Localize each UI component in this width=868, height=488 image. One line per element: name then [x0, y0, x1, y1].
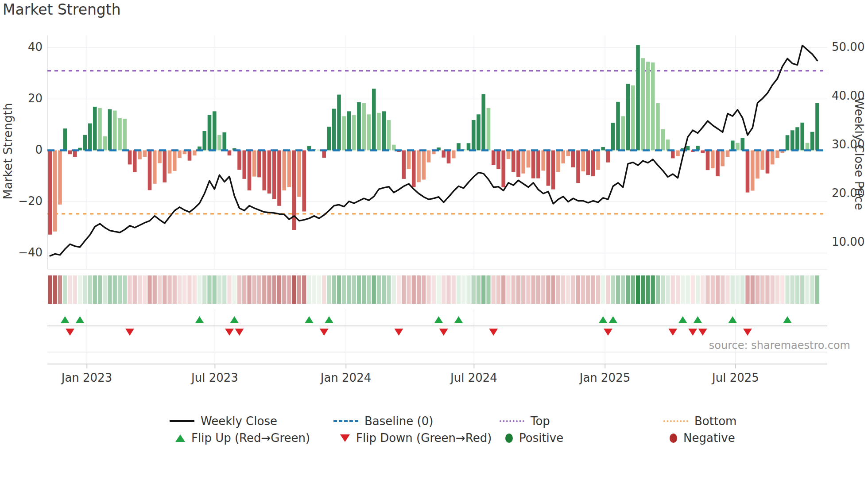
market-strength-chart: [0, 0, 868, 488]
right-tick-50: 50.00: [832, 40, 868, 54]
legend-weekly-close: Weekly Close: [170, 414, 277, 428]
legend-flip-down-label: Flip Down (Green→Red): [356, 431, 492, 445]
flip-up-markers: [61, 316, 792, 323]
xtick-jan-2023: Jan 2023: [51, 371, 122, 384]
legend-negative-label: Negative: [683, 431, 735, 445]
baseline-dash-swatch-icon: [333, 420, 358, 422]
left-axis-title: Market Strength: [1, 78, 15, 225]
left-tick-0: 0: [16, 143, 43, 156]
weekly-close-line-swatch-icon: [170, 420, 194, 422]
positive-dot-icon: [505, 434, 513, 443]
right-axis-title: Weekly Close Price: [852, 81, 866, 227]
legend-flip-up: Flip Up (Red→Green): [175, 431, 310, 445]
gridlines: [47, 35, 827, 364]
negative-dot-icon: [670, 434, 677, 443]
legend-top-label: Top: [531, 414, 550, 428]
xtick-jan-2024: Jan 2024: [310, 371, 381, 384]
left-tick-neg20: −20: [16, 194, 43, 208]
legend-positive: Positive: [505, 431, 563, 445]
left-tick-40: 40: [16, 40, 43, 54]
strength-heatmap-strip: [48, 275, 819, 304]
legend-flip-up-label: Flip Up (Red→Green): [191, 431, 310, 445]
legend-baseline-label: Baseline (0): [364, 414, 433, 428]
page-title: Market Strength: [3, 1, 121, 18]
bottom-dotted-swatch-icon: [663, 420, 688, 422]
right-tick-10: 10.00: [832, 235, 868, 248]
market-strength-dashboard: Market Strength Market Strength Weekly C…: [0, 0, 868, 488]
xtick-jul-2025: Jul 2025: [700, 371, 771, 384]
flip-down-markers: [66, 329, 752, 336]
strength-bars: [48, 45, 819, 235]
flip-up-triangle-icon: [175, 434, 185, 442]
xtick-jan-2025: Jan 2025: [570, 371, 640, 384]
source-attribution: source: sharemaestro.com: [709, 339, 850, 352]
legend-negative: Negative: [670, 431, 735, 445]
legend-flip-down: Flip Down (Green→Red): [340, 431, 492, 445]
legend-positive-label: Positive: [519, 431, 563, 445]
right-tick-30: 30.00: [832, 138, 868, 151]
legend-weekly-close-label: Weekly Close: [201, 414, 277, 428]
xtick-jul-2023: Jul 2023: [179, 371, 250, 384]
left-tick-20: 20: [16, 92, 43, 105]
flip-down-triangle-icon: [340, 434, 350, 442]
top-dotted-swatch-icon: [500, 420, 524, 422]
right-tick-40: 40.00: [832, 89, 868, 102]
right-tick-20: 20.00: [832, 186, 868, 200]
legend-bottom-label: Bottom: [694, 414, 736, 428]
legend-bottom: Bottom: [663, 414, 736, 428]
xtick-jul-2024: Jul 2024: [438, 371, 509, 384]
legend-baseline: Baseline (0): [333, 414, 433, 428]
legend-top: Top: [500, 414, 550, 428]
left-tick-neg40: −40: [16, 246, 43, 259]
